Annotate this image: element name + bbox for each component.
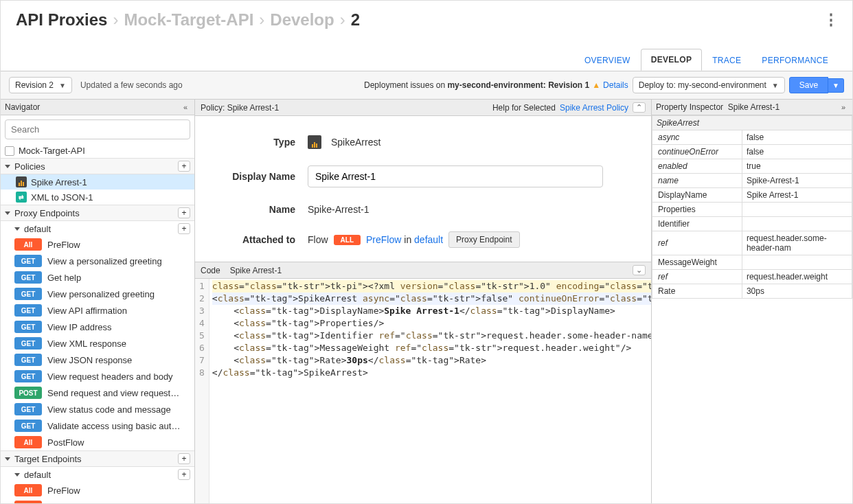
display-name-input[interactable] [308, 165, 603, 187]
twisty-down-icon [14, 227, 20, 231]
breadcrumb-section[interactable]: Develop [270, 10, 334, 30]
tree-flow-item[interactable]: GETValidate access using basic aut… [1, 417, 194, 434]
tree-target-flow-item[interactable]: AllPostFlow [1, 499, 194, 503]
tree-flow-item[interactable]: GETGet help [1, 269, 194, 286]
help-policy-link[interactable]: Spike Arrest Policy [560, 103, 628, 113]
tree-flow-item[interactable]: GETView XML response [1, 335, 194, 352]
flow-label: PostFlow [47, 437, 84, 448]
add-flow-button[interactable]: + [178, 223, 190, 234]
breadcrumb-root[interactable]: API Proxies [16, 10, 107, 30]
tree-target-flow-item[interactable]: AllPreFlow [1, 482, 194, 499]
tree-flow-item[interactable]: AllPreFlow [1, 236, 194, 253]
tree-section-target-endpoints[interactable]: Target Endpoints+ [1, 450, 194, 467]
property-value[interactable]: Spike Arrest-1 [742, 188, 852, 203]
attached-all-pill: ALL [334, 235, 361, 245]
save-status: Updated a few seconds ago [80, 80, 183, 90]
tab-develop[interactable]: DEVELOP [641, 49, 702, 71]
property-value[interactable] [742, 217, 852, 231]
property-row[interactable]: Rate30ps [652, 284, 852, 299]
attached-preflow-link[interactable]: PreFlow [366, 234, 401, 245]
property-row[interactable]: MessageWeight [652, 255, 852, 270]
tree-api-root[interactable]: Mock-Target-API [1, 144, 194, 158]
property-value[interactable]: false [742, 145, 852, 159]
add-target-flow-button[interactable]: + [178, 469, 190, 480]
tree-flow-item[interactable]: AllPostFlow [1, 434, 194, 450]
collapse-up-icon[interactable]: ⌃ [633, 102, 646, 113]
tree-flow-item[interactable]: GETView JSON response [1, 352, 194, 368]
more-menu-icon[interactable]: ⋮ [823, 11, 839, 29]
property-value[interactable]: request.header.weight [742, 270, 852, 284]
deployment-issue-text: Deployment issues on my-second-environme… [364, 80, 589, 90]
add-policy-button[interactable]: + [178, 161, 190, 172]
property-row[interactable]: continueOnErrorfalse [652, 145, 852, 159]
tab-performance[interactable]: PERFORMANCE [751, 49, 839, 71]
save-button[interactable]: Save [789, 77, 828, 93]
collapse-code-icon[interactable]: ⌄ [633, 265, 646, 275]
property-row[interactable]: DisplayNameSpike Arrest-1 [652, 188, 852, 203]
tree-flow-item[interactable]: GETView a personalized greeting [1, 253, 194, 269]
tree-flow-item[interactable]: GETView personalized greeting [1, 286, 194, 302]
navigator-header: Navigator « [1, 100, 194, 115]
tab-overview[interactable]: OVERVIEW [574, 49, 641, 71]
attached-default-link[interactable]: default [414, 234, 443, 245]
deployment-details-link[interactable]: Details [603, 80, 628, 90]
twisty-down-icon [14, 473, 20, 477]
flow-label: PostFlow [47, 502, 84, 504]
attached-proxy-endpoint-btn[interactable]: Proxy Endpoint [448, 231, 519, 248]
navigator-search-input[interactable] [5, 119, 190, 139]
code-editor[interactable]: 12345678 class="class="tk-str">tk-pi"><?… [195, 279, 651, 503]
http-method-pill: GET [14, 370, 42, 382]
flow-label: View API affirmation [47, 306, 127, 316]
property-row[interactable]: refrequest.header.some-header-nam [652, 231, 852, 255]
property-row[interactable]: enabledtrue [652, 159, 852, 174]
tree-section-policies[interactable]: Policies+ [1, 158, 194, 174]
deploy-to-select[interactable]: Deploy to: my-second-environment ▼ [633, 77, 785, 93]
chevron-right-icon: › [340, 10, 345, 30]
property-value[interactable]: false [742, 130, 852, 145]
http-method-pill: GET [14, 255, 42, 267]
add-target-endpoint-button[interactable]: + [178, 453, 190, 464]
tree-flow-item[interactable]: POSTSend request and view request… [1, 385, 194, 401]
code-lines[interactable]: class="class="tk-str">tk-pi"><?xml versi… [209, 279, 651, 503]
property-key: Rate [652, 284, 742, 299]
property-row[interactable]: Identifier [652, 217, 852, 231]
tree-policy-xml-to-json[interactable]: ⇄XML to JSON-1 [1, 190, 194, 205]
property-value[interactable]: Spike-Arrest-1 [742, 174, 852, 188]
tree-flow-item[interactable]: GETView API affirmation [1, 302, 194, 319]
property-value[interactable]: 30ps [742, 284, 852, 299]
save-dropdown-button[interactable]: ▼ [828, 78, 844, 93]
property-row[interactable]: nameSpike-Arrest-1 [652, 174, 852, 188]
collapse-left-icon[interactable]: « [181, 103, 190, 111]
http-method-pill: All [14, 238, 42, 251]
property-row[interactable]: refrequest.header.weight [652, 270, 852, 284]
http-method-pill: GET [14, 403, 42, 415]
property-value[interactable]: true [742, 159, 852, 174]
code-title: Code [201, 266, 220, 275]
http-method-pill: All [14, 484, 42, 496]
file-icon [5, 146, 14, 156]
tree-target-default[interactable]: default+ [1, 467, 194, 482]
flow-label: Get help [47, 273, 81, 283]
tree-flow-item[interactable]: GETView status code and message [1, 401, 194, 417]
revision-select[interactable]: Revision 2 ▼ [9, 77, 72, 93]
property-key: name [652, 174, 742, 188]
tree-flow-item[interactable]: GETView IP address [1, 319, 194, 335]
http-method-pill: GET [14, 321, 42, 333]
add-proxy-endpoint-button[interactable]: + [178, 207, 190, 218]
property-inspector-header: Property Inspector Spike Arrest-1 » [652, 100, 852, 115]
policy-form: Type SpikeArrest Display Name Name Spike… [195, 116, 651, 262]
property-group-row: SpikeArrest [652, 116, 852, 130]
spike-arrest-icon [16, 176, 27, 187]
tab-trace[interactable]: TRACE [702, 49, 751, 71]
property-row[interactable]: asyncfalse [652, 130, 852, 145]
collapse-right-icon[interactable]: » [839, 103, 848, 111]
property-value[interactable]: request.header.some-header-nam [742, 231, 852, 255]
property-row[interactable]: Properties [652, 203, 852, 217]
property-value[interactable] [742, 255, 852, 270]
tree-flow-item[interactable]: GETView request headers and body [1, 368, 194, 385]
property-value[interactable] [742, 203, 852, 217]
tree-section-proxy-endpoints[interactable]: Proxy Endpoints+ [1, 205, 194, 221]
breadcrumb-proxy[interactable]: Mock-Target-API [124, 10, 253, 30]
tree-proxy-default[interactable]: default+ [1, 221, 194, 236]
tree-policy-spike-arrest[interactable]: Spike Arrest-1 [1, 174, 194, 190]
